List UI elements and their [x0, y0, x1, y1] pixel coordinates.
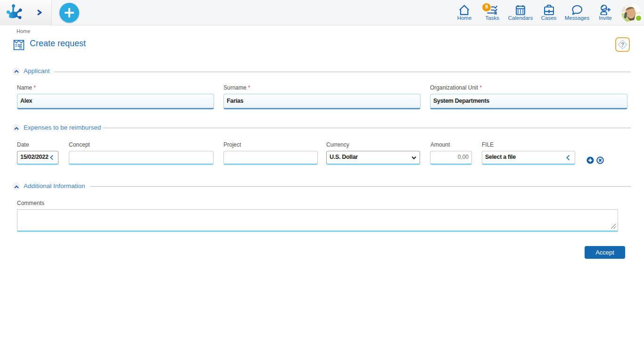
svg-text:?: ? — [621, 41, 625, 48]
